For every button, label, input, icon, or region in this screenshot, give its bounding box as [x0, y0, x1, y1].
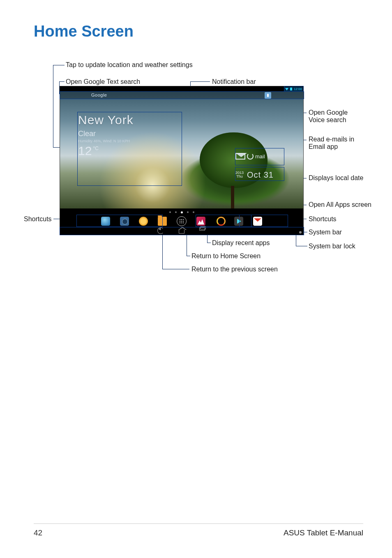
weather-humidity-wind: Humidity 46%, Wind: N 10 KPH: [78, 139, 181, 143]
callout-shortcuts-left: Shortcuts: [24, 215, 52, 223]
gallery-app-icon[interactable]: [196, 217, 205, 226]
callout-weather-settings: Tap to update location and weather setti…: [66, 61, 193, 69]
date-widget[interactable]: 2013 Thu Oct 31: [235, 169, 283, 181]
callout-local-date: Displays local date: [309, 174, 363, 182]
callout-return-previous: Return to the previous screen: [191, 266, 278, 273]
google-label: Google: [91, 93, 107, 97]
callout-system-bar: System bar: [309, 229, 342, 236]
email-widget[interactable]: mail: [235, 148, 283, 164]
status-clock: 12:00: [294, 87, 302, 91]
system-bar: [60, 227, 303, 235]
callout-return-home: Return to Home Screen: [191, 252, 261, 260]
callout-shortcuts-right: Shortcuts: [309, 215, 337, 223]
system-bar-lock-dot[interactable]: [299, 231, 302, 234]
play-app-icon[interactable]: [234, 217, 243, 226]
refresh-icon: [247, 153, 254, 160]
page-title: Home Screen: [34, 23, 134, 40]
callout-all-apps: Open All Apps screen: [309, 201, 371, 208]
email-label: mail: [255, 153, 265, 160]
browser-app-icon[interactable]: [101, 217, 110, 226]
callout-email: Read e-mails in Email app: [309, 136, 354, 151]
weather-city: New York: [78, 113, 181, 127]
weather-condition: Clear: [78, 130, 181, 138]
callout-notification-bar: Notification bar: [212, 78, 256, 86]
footer-divider: [34, 523, 363, 524]
app-dock: [60, 215, 303, 227]
wifi-icon: [285, 88, 288, 90]
weather-temperature: 12°C: [78, 144, 181, 158]
date-main: Oct 31: [247, 170, 274, 180]
home-screen-diagram: Tap to update location and weather setti…: [0, 58, 392, 288]
files-app-icon[interactable]: [158, 217, 167, 226]
back-icon[interactable]: [157, 227, 164, 234]
battery-icon: [290, 88, 292, 90]
tree-trunk-graphic: [231, 186, 234, 208]
home-icon[interactable]: [179, 229, 184, 234]
camera-app-icon[interactable]: [120, 217, 129, 226]
settings-app-icon[interactable]: [139, 217, 148, 226]
callout-recent-apps: Display recent apps: [212, 239, 270, 247]
all-apps-icon[interactable]: [177, 216, 187, 226]
mail-icon: [235, 153, 245, 160]
recent-apps-icon[interactable]: [199, 227, 206, 234]
document-title: ASUS Tablet E-Manual: [284, 528, 363, 537]
callout-google-voice: Open Google Voice search: [309, 109, 348, 124]
music-app-icon[interactable]: [215, 217, 224, 226]
weather-widget[interactable]: New York Clear Humidity 46%, Wind: N 10 …: [78, 113, 181, 185]
page-indicator[interactable]: [60, 210, 303, 215]
callout-google-text: Open Google Text search: [66, 78, 140, 86]
callout-system-bar-lock: System bar lock: [309, 243, 355, 250]
voice-search-icon[interactable]: [265, 92, 271, 99]
page-number: 42: [34, 528, 42, 537]
google-search-bar[interactable]: Google: [60, 92, 303, 99]
gmail-app-icon[interactable]: [253, 217, 262, 226]
tablet-home-screen: 12:00 Google New York Clear Humidity 46%…: [60, 86, 304, 235]
date-year-day: 2013 Thu: [235, 171, 244, 178]
